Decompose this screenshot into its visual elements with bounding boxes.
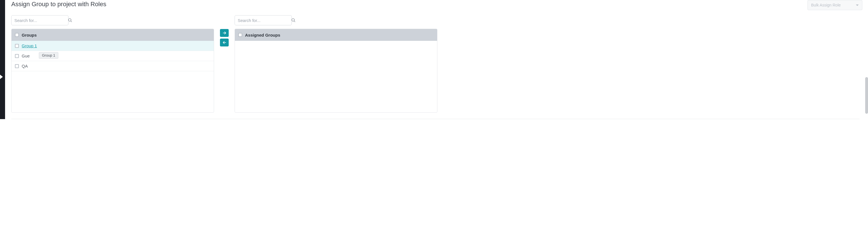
arrow-right-icon <box>222 31 227 35</box>
divider <box>11 119 860 119</box>
list-item[interactable]: Group 1 <box>11 41 214 51</box>
bulk-assign-label: Bulk Assign Role <box>811 3 841 7</box>
chevron-down-icon <box>856 4 859 6</box>
list-item[interactable]: Gue Group 1 <box>11 51 214 61</box>
search-icon <box>68 18 72 23</box>
search-assigned-groups[interactable] <box>235 15 292 25</box>
assign-button[interactable] <box>220 29 229 37</box>
svg-point-4 <box>292 19 294 21</box>
row-checkbox[interactable] <box>15 54 19 58</box>
list-body <box>235 41 437 112</box>
select-all-checkbox[interactable] <box>238 33 242 37</box>
list-header-label: Groups <box>22 33 37 37</box>
list-header-groups: Groups <box>11 29 214 41</box>
svg-point-0 <box>68 19 71 21</box>
page-title: Assign Group to project with Roles <box>11 0 862 8</box>
assigned-groups-panel: Assigned Groups <box>235 15 437 112</box>
sidebar-edge <box>0 0 5 119</box>
search-input[interactable] <box>238 18 291 23</box>
group-label: Gue <box>22 54 30 58</box>
scrollbar-thumb[interactable] <box>865 77 868 114</box>
bulk-assign-role-select[interactable]: Bulk Assign Role <box>807 0 862 10</box>
svg-line-1 <box>71 21 72 22</box>
list-header-assigned: Assigned Groups <box>235 29 437 41</box>
group-link[interactable]: Group 1 <box>22 43 37 48</box>
assigned-groups-list: Assigned Groups <box>235 29 437 112</box>
available-groups-panel: Groups Group 1 Gue Group 1 QA <box>11 15 214 112</box>
search-icon <box>291 18 296 23</box>
row-checkbox[interactable] <box>15 64 19 68</box>
arrow-left-icon <box>222 40 227 44</box>
list-body: Group 1 Gue Group 1 QA <box>11 41 214 112</box>
search-available-groups[interactable] <box>11 15 68 25</box>
tooltip: Group 1 <box>39 52 58 59</box>
sidebar-indicator-icon <box>0 75 3 79</box>
list-header-label: Assigned Groups <box>245 33 280 37</box>
unassign-button[interactable] <box>220 39 229 46</box>
transfer-controls <box>220 29 229 46</box>
available-groups-list: Groups Group 1 Gue Group 1 QA <box>11 29 214 112</box>
select-all-checkbox[interactable] <box>15 33 19 37</box>
search-input[interactable] <box>14 18 68 23</box>
svg-line-5 <box>294 21 295 22</box>
row-checkbox[interactable] <box>15 44 19 48</box>
list-item[interactable]: QA <box>11 61 214 71</box>
group-label: QA <box>22 64 28 68</box>
